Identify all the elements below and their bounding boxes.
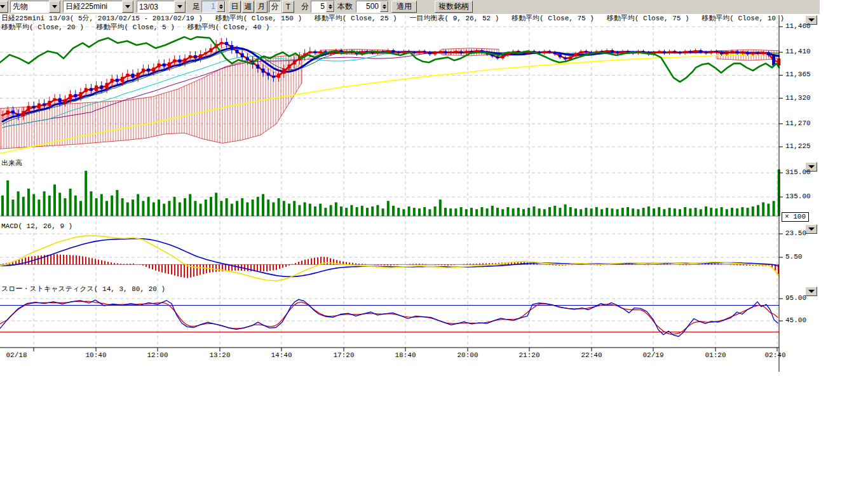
minute-value: 5 — [311, 1, 326, 12]
bar-type-label: 足 — [193, 1, 200, 13]
stoch-axis-menu-button[interactable] — [805, 287, 817, 296]
bar-interval-stepper[interactable]: 1 — [201, 1, 226, 13]
minute-label: 分 — [301, 1, 309, 13]
time-axis-label: 10:40 — [85, 351, 106, 359]
volume-tick-label: 315.00 — [785, 168, 811, 176]
price-tick-label: 11,460 — [785, 22, 811, 30]
volume-multiplier-badge: × 100 — [782, 212, 809, 222]
instrument-type-combobox[interactable]: 先物 — [10, 1, 61, 13]
time-axis-label: 01:20 — [705, 351, 726, 359]
time-axis-label: 18:40 — [395, 351, 416, 359]
chevron-down-icon[interactable] — [122, 1, 133, 13]
time-axis-label: 22:40 — [581, 351, 602, 359]
price-tick-label: 11,270 — [785, 119, 811, 127]
chart-canvas[interactable] — [0, 14, 868, 374]
chart-header-line1: 日経225mini 13/03( 5分, 2013/02/15 - 2013/0… — [1, 15, 784, 23]
bars-count-stepper[interactable]: 500 — [356, 1, 389, 13]
chevron-down-icon — [808, 18, 815, 22]
stoch-tick-label: 95.00 — [785, 294, 806, 302]
clipped-combobox[interactable] — [0, 1, 9, 13]
price-tick-label: 11,365 — [785, 71, 811, 78]
symbol-combobox[interactable]: 日経225mini — [63, 1, 134, 13]
multi-symbol-button[interactable]: 複数銘柄 — [435, 1, 473, 13]
time-axis-label: 21:20 — [519, 351, 539, 359]
period-tick-button[interactable]: T — [282, 1, 294, 13]
symbol-value: 日経225mini — [64, 1, 122, 12]
bar-interval-value: 1 — [202, 1, 217, 12]
minute-value-stepper[interactable]: 5 — [311, 1, 335, 13]
period-minute-button[interactable]: 分 — [269, 1, 281, 13]
stoch-tick-label: 45.00 — [785, 316, 806, 324]
chevron-down-icon — [808, 290, 815, 293]
toolbar: 先物 日経225mini 13/03 足 1 日 週 月 分 T 分 5 本数 … — [0, 0, 820, 15]
macd-tick-label: 23.50 — [785, 229, 806, 237]
bars-count-value: 500 — [356, 1, 380, 12]
volume-tick-label: 135.00 — [785, 193, 811, 200]
chevron-down-icon[interactable] — [49, 1, 60, 13]
contract-month-combobox[interactable]: 13/03 — [137, 1, 186, 13]
spinner-arrows-icon[interactable] — [217, 1, 225, 12]
price-tick-label: 11,410 — [785, 48, 811, 55]
time-axis-label: 12:00 — [147, 351, 168, 359]
spinner-arrows-icon[interactable] — [326, 1, 334, 12]
chevron-down-icon[interactable] — [0, 1, 8, 13]
chevron-down-icon — [808, 227, 815, 231]
period-daily-button[interactable]: 日 — [229, 1, 241, 13]
price-tick-label: 11,320 — [785, 94, 811, 102]
period-monthly-button[interactable]: 月 — [255, 1, 268, 13]
time-axis-label: 17:20 — [333, 351, 354, 359]
macd-tick-label: 5.50 — [785, 253, 802, 261]
time-axis-label: 02:40 — [764, 351, 785, 359]
volume-panel-label: 出来高 — [1, 159, 22, 168]
chart-header-line2: 移動平均( Close, 20 ) 移動平均( Close, 5 ) 移動平均(… — [1, 24, 269, 32]
apply-button[interactable]: 適用 — [391, 1, 417, 13]
instrument-type-value: 先物 — [11, 1, 49, 12]
spinner-arrows-icon[interactable] — [380, 1, 388, 12]
stoch-panel-label: スロー・ストキャスティクス( 14, 3, 80, 20 ) — [1, 285, 165, 294]
time-axis-label: 02/18 — [6, 351, 27, 359]
chevron-down-icon[interactable] — [174, 1, 186, 13]
period-weekly-button[interactable]: 週 — [242, 1, 254, 13]
time-axis-label: 20:00 — [457, 351, 478, 359]
macd-axis-menu-button[interactable] — [805, 224, 817, 234]
macd-panel-label: MACD( 12, 26, 9 ) — [1, 222, 72, 231]
time-axis-label: 14:40 — [271, 351, 292, 359]
chart-region: 日経225mini 13/03( 5分, 2013/02/15 - 2013/0… — [0, 14, 868, 374]
bars-count-label: 本数 — [337, 1, 353, 13]
contract-month-value: 13/03 — [137, 3, 174, 11]
time-axis-label: 13:20 — [209, 351, 230, 359]
price-tick-label: 11,225 — [785, 142, 811, 150]
time-axis-label: 02/19 — [642, 351, 663, 359]
